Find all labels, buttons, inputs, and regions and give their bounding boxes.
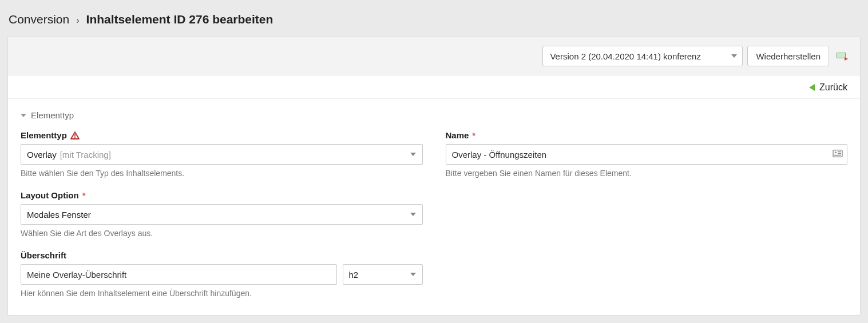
field-layout: Layout Option* Modales Fenster Wählen Si… [21,190,423,238]
headline-level-value: h2 [349,270,359,280]
elementtyp-select[interactable]: Overlay [mit Tracking] [21,144,423,165]
panel-toolbar: Version 2 (20.04.2020 14:41) konferenz W… [8,37,860,75]
layout-value: Modales Fenster [27,210,91,220]
breadcrumb: Conversion › Inhaltselement ID 276 bearb… [0,0,868,37]
required-mark: * [472,130,475,140]
label-text: Elementtyp [21,130,67,140]
arrow-left-icon [809,84,815,91]
svg-point-4 [835,151,837,153]
back-row: Zurück [8,75,860,99]
fields-grid: Elementtyp Overlay [mit Tracki [21,130,847,298]
help-elementtyp: Bitte wählen Sie den Typ des Inhaltselem… [21,169,423,178]
field-headline: Überschrift h2 [21,250,423,298]
breadcrumb-separator: › [76,15,79,26]
label-text: Layout Option [21,190,79,200]
edit-panel: Version 2 (20.04.2020 14:41) konferenz W… [7,37,861,316]
label-headline: Überschrift [21,250,423,260]
back-label: Zurück [819,82,847,93]
field-name: Name* [446,130,848,178]
restore-button[interactable]: Wiederherstellen [747,46,829,66]
label-name: Name* [446,130,848,140]
breadcrumb-root[interactable]: Conversion [9,13,69,26]
elementtyp-value: Overlay [27,150,57,159]
compare-button[interactable] [834,46,850,66]
section-elementtyp: Elementtyp Elementtyp [8,99,860,315]
layout-select[interactable]: Modales Fenster [21,204,423,225]
label-elementtyp: Elementtyp [21,130,423,140]
help-name: Bitte vergeben Sie einen Namen für diese… [446,169,848,178]
svg-rect-2 [74,137,76,138]
label-text: Name [446,130,469,140]
back-link[interactable]: Zurück [809,82,847,93]
label-text: Überschrift [21,250,66,260]
name-input[interactable] [446,144,848,165]
required-mark: * [82,190,86,200]
headline-input[interactable] [21,264,337,285]
version-select-wrap: Version 2 (20.04.2020 14:41) konferenz [542,46,743,66]
label-layout: Layout Option* [21,190,423,200]
spacer [446,190,848,238]
headline-level-select[interactable]: h2 [343,264,423,285]
chevron-down-icon [21,114,26,117]
wizard-icon[interactable] [833,150,843,159]
elementtyp-suffix: [mit Tracking] [60,150,111,159]
breadcrumb-current: Inhaltselement ID 276 bearbeiten [86,13,274,26]
help-layout: Wählen Sie die Art des Overlays aus. [21,229,423,238]
field-elementtyp: Elementtyp Overlay [mit Tracki [21,130,423,178]
version-select[interactable]: Version 2 (20.04.2020 14:41) konferenz [542,46,743,66]
section-title: Elementtyp [31,110,74,120]
svg-rect-1 [74,134,76,137]
compare-icon [837,53,847,59]
section-toggle[interactable]: Elementtyp [21,106,847,130]
help-headline: Hier können Sie dem Inhaltselement eine … [21,289,423,298]
warning-icon [70,131,80,139]
